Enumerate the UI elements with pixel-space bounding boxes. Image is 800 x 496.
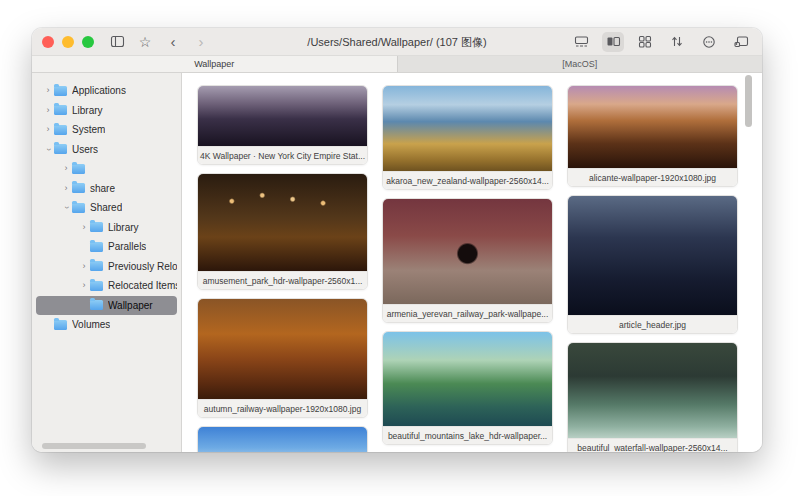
thumbnail-article-image — [568, 196, 737, 315]
disclosure-chevron-icon[interactable]: › — [60, 184, 72, 193]
file-caption: alicante-wallpaper-1920x1080.jpg — [568, 168, 737, 186]
thumbnail-autumn-image — [198, 299, 367, 399]
sidebar-horizontal-scrollbar[interactable] — [42, 443, 146, 449]
sidebar-item-parallels[interactable]: ›Parallels — [36, 237, 177, 257]
sidebar: ›Applications›Library›System›Users››shar… — [32, 73, 182, 452]
gallery-content: 4K Wallpaper · New York City Empire Stat… — [182, 73, 762, 452]
disclosure-chevron-icon[interactable]: › — [62, 202, 71, 214]
disclosure-chevron-icon[interactable]: › — [78, 223, 90, 232]
gallery-card[interactable]: 4K Wallpaper · New York City Empire Stat… — [197, 85, 368, 165]
gallery-vertical-scrollbar[interactable] — [745, 75, 752, 127]
sidebar-item-users[interactable]: ›Users — [36, 140, 177, 160]
thumbnail-nyc-image — [198, 86, 367, 146]
sidebar-item-previously-relocate[interactable]: ›Previously Relocate — [36, 257, 177, 277]
grid-view-icon[interactable] — [634, 32, 656, 52]
thumbnail-mountains-image — [383, 332, 552, 426]
folder-icon — [72, 183, 85, 193]
gallery-card[interactable]: autumn_railway-wallpaper-1920x1080.jpg — [197, 298, 368, 418]
gallery-column: 4K Wallpaper · New York City Empire Stat… — [197, 85, 368, 452]
sidebar-item-label: Previously Relocate — [108, 261, 177, 272]
gallery-card[interactable]: beautiful_mountains_lake_hdr-wallpaper..… — [382, 331, 553, 445]
sidebar-item-label: Library — [108, 222, 139, 233]
split-view-icon[interactable] — [602, 32, 624, 52]
back-icon[interactable]: ‹ — [162, 32, 184, 52]
open-window-icon[interactable] — [730, 32, 752, 52]
disclosure-chevron-icon[interactable]: › — [42, 106, 54, 115]
thumbnail-sky-image — [198, 427, 367, 452]
gallery-column: akaroa_new_zealand-wallpaper-2560x14...a… — [382, 85, 553, 452]
thumbnail-waterfall-image — [568, 343, 737, 438]
gallery-column: alicante-wallpaper-1920x1080.jpgarticle_… — [567, 85, 738, 452]
gallery-card[interactable]: alicante-wallpaper-1920x1080.jpg — [567, 85, 738, 187]
folder-icon — [72, 203, 85, 213]
sidebar-item-label: Users — [72, 144, 98, 155]
file-caption: article_header.jpg — [568, 315, 737, 333]
folder-icon — [54, 86, 67, 96]
sidebar-item-label: Library — [72, 105, 103, 116]
thumbnail-alicante-image — [568, 86, 737, 168]
gallery-card[interactable] — [197, 426, 368, 452]
thumbnail-amusement-image — [198, 174, 367, 271]
sidebar-toggle-icon[interactable] — [106, 32, 128, 52]
disclosure-chevron-icon[interactable]: › — [44, 143, 53, 155]
folder-icon — [54, 105, 67, 115]
forward-icon[interactable]: › — [190, 32, 212, 52]
file-caption: beautiful_waterfall-wallpaper-2560x14... — [568, 438, 737, 452]
minimize-window-button[interactable] — [62, 36, 74, 48]
file-caption: amusement_park_hdr-wallpaper-2560x1... — [198, 271, 367, 289]
sidebar-item-system[interactable]: ›System — [36, 120, 177, 140]
file-caption: beautiful_mountains_lake_hdr-wallpaper..… — [383, 426, 552, 444]
folder-icon — [90, 242, 103, 252]
favorites-star-icon[interactable]: ☆ — [134, 32, 156, 52]
sidebar-item-relocated-items[interactable]: ›Relocated Items — [36, 276, 177, 296]
disclosure-chevron-icon[interactable]: › — [42, 125, 54, 134]
gallery-card[interactable]: article_header.jpg — [567, 195, 738, 334]
gallery-card[interactable]: armenia_yerevan_railway_park-wallpape... — [382, 198, 553, 323]
close-window-button[interactable] — [42, 36, 54, 48]
sidebar-item-label: Shared — [90, 202, 122, 213]
sidebar-item-label: Volumes — [72, 319, 110, 330]
tab-label: [MacOS] — [562, 59, 597, 69]
file-caption: autumn_railway-wallpaper-1920x1080.jpg — [198, 399, 367, 417]
traffic-lights — [42, 36, 94, 48]
sidebar-item-shared[interactable]: ›Shared — [36, 198, 177, 218]
sidebar-item-label: Wallpaper — [108, 300, 153, 311]
sidebar-item-label: Relocated Items — [108, 280, 177, 291]
more-circle-icon[interactable] — [698, 32, 720, 52]
disclosure-chevron-icon[interactable]: › — [78, 281, 90, 290]
file-caption: armenia_yerevan_railway_park-wallpape... — [383, 304, 552, 322]
toolbar: ☆ ‹ › /Users/Shared/Wallpaper/ (107 图像) — [32, 28, 762, 56]
sidebar-item-label: Applications — [72, 85, 126, 96]
sidebar-item-applications[interactable]: ›Applications — [36, 81, 177, 101]
app-window: ☆ ‹ › /Users/Shared/Wallpaper/ (107 图像) — [32, 28, 762, 452]
folder-icon — [90, 281, 103, 291]
gallery-card[interactable]: beautiful_waterfall-wallpaper-2560x14... — [567, 342, 738, 452]
tab-label: Wallpaper — [194, 59, 234, 69]
tab-macos[interactable]: [MacOS] — [398, 56, 763, 72]
sidebar-item-library[interactable]: ›Library — [36, 218, 177, 238]
folder-icon — [54, 320, 67, 330]
thumbnail-akaroa-image — [383, 86, 552, 171]
disclosure-chevron-icon[interactable]: › — [60, 164, 72, 173]
sidebar-item-volumes[interactable]: ›Volumes — [36, 315, 177, 335]
tab-wallpaper[interactable]: Wallpaper — [32, 56, 398, 72]
sidebar-item-unnamed[interactable]: › — [36, 159, 177, 179]
gallery-card[interactable]: akaroa_new_zealand-wallpaper-2560x14... — [382, 85, 553, 190]
disclosure-chevron-icon[interactable]: › — [78, 262, 90, 271]
file-caption: 4K Wallpaper · New York City Empire Stat… — [198, 146, 367, 164]
zoom-window-button[interactable] — [82, 36, 94, 48]
tab-bar: Wallpaper[MacOS] — [32, 56, 762, 73]
gallery-card[interactable]: amusement_park_hdr-wallpaper-2560x1... — [197, 173, 368, 290]
path-title: /Users/Shared/Wallpaper/ (107 图像) — [307, 34, 486, 49]
sidebar-item-wallpaper[interactable]: ›Wallpaper — [36, 296, 177, 316]
folder-icon — [90, 222, 103, 232]
disclosure-chevron-icon[interactable]: › — [42, 86, 54, 95]
gallery-strip-icon[interactable] — [570, 32, 592, 52]
sidebar-item-share[interactable]: ›share — [36, 179, 177, 199]
sort-icon[interactable] — [666, 32, 688, 52]
sidebar-item-label: Parallels — [108, 241, 146, 252]
folder-icon — [90, 300, 103, 310]
sidebar-item-library[interactable]: ›Library — [36, 101, 177, 121]
folder-icon — [72, 164, 85, 174]
folder-icon — [54, 125, 67, 135]
